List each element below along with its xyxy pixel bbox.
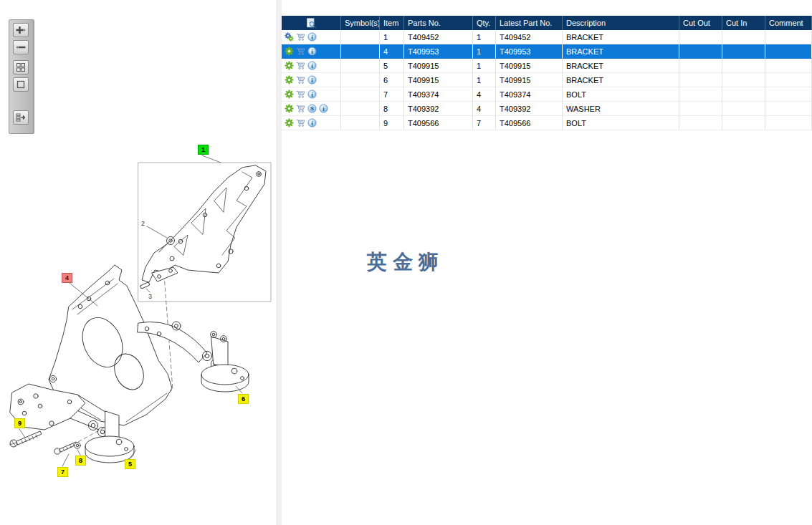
cell-comment bbox=[765, 30, 812, 44]
info-icon[interactable] bbox=[307, 118, 317, 127]
settings-gear-icon[interactable] bbox=[285, 61, 294, 70]
add-to-cart-icon[interactable] bbox=[296, 47, 305, 56]
table-row[interactable]: 1 T409452 1 T409452 BRACKET bbox=[282, 30, 812, 44]
cell-cut-out bbox=[679, 87, 722, 102]
cell-latest-part-no: T409915 bbox=[496, 73, 563, 87]
cell-qty: 1 bbox=[473, 59, 496, 73]
tile-view-button[interactable] bbox=[13, 60, 29, 74]
cell-symbols bbox=[341, 73, 380, 87]
column-header-item[interactable]: Item bbox=[380, 16, 404, 30]
cell-latest-part-no: T409953 bbox=[496, 44, 563, 59]
info-icon[interactable] bbox=[307, 32, 317, 42]
column-header-latest-part-no[interactable]: Latest Part No. bbox=[496, 16, 563, 30]
callout-label-8[interactable]: 8 bbox=[75, 456, 86, 466]
cell-qty: 1 bbox=[473, 44, 496, 59]
info-icon[interactable] bbox=[319, 104, 328, 113]
cell-latest-part-no: T409374 bbox=[496, 87, 563, 102]
callout-label-6[interactable]: 6 bbox=[238, 394, 249, 404]
table-row[interactable]: 6 T409915 1 T409915 BRACKET bbox=[282, 73, 812, 87]
add-to-cart-icon[interactable] bbox=[296, 90, 305, 99]
cell-qty: 1 bbox=[473, 73, 496, 87]
panel-splitter bbox=[276, 0, 282, 525]
cell-parts-no: T409953 bbox=[404, 44, 473, 59]
column-header-parts-no[interactable]: Parts No. bbox=[404, 16, 473, 30]
callout-label-9[interactable]: 9 bbox=[14, 418, 25, 428]
cell-cut-in bbox=[722, 73, 765, 87]
cell-symbols bbox=[341, 102, 380, 116]
settings-gear-icon[interactable] bbox=[285, 104, 294, 113]
cell-symbols bbox=[341, 116, 380, 130]
zoom-in-button[interactable] bbox=[13, 23, 29, 37]
cell-cut-out bbox=[679, 73, 722, 87]
cell-comment bbox=[765, 116, 812, 130]
callout-label-3: 3 bbox=[148, 292, 153, 301]
info-icon[interactable] bbox=[307, 75, 317, 85]
minus-icon bbox=[15, 42, 27, 52]
region-select-button[interactable] bbox=[13, 77, 29, 92]
column-header-symbols[interactable]: Symbol(s) bbox=[341, 16, 380, 30]
add-to-cart-icon[interactable] bbox=[296, 75, 305, 85]
row-actions bbox=[282, 102, 341, 116]
cell-item: 9 bbox=[380, 116, 404, 130]
table-row[interactable]: 7 T409374 4 T409374 BOLT bbox=[282, 87, 812, 102]
table-row[interactable]: 8 T409392 4 T409392 WASHER bbox=[282, 102, 812, 116]
diagram-panel: 1 2 3 4 5 6 7 8 9 bbox=[0, 0, 276, 525]
info-icon[interactable] bbox=[307, 90, 317, 99]
cell-item: 5 bbox=[380, 59, 404, 73]
cell-comment bbox=[765, 59, 812, 73]
cell-qty: 1 bbox=[473, 30, 496, 44]
cell-symbols bbox=[341, 59, 380, 73]
callout-label-4[interactable]: 4 bbox=[62, 273, 72, 283]
row-actions bbox=[282, 59, 341, 73]
settings-gear-icon[interactable] bbox=[285, 118, 294, 127]
table-row-selected[interactable]: 4 T409953 1 T409953 BRACKET bbox=[282, 44, 812, 59]
cell-latest-part-no: T409392 bbox=[496, 102, 563, 116]
column-header-qty[interactable]: Qty. bbox=[473, 16, 496, 30]
diagram-toolbar bbox=[9, 19, 34, 134]
add-to-cart-icon[interactable] bbox=[296, 61, 305, 70]
cell-parts-no: T409392 bbox=[404, 102, 473, 116]
settings-gears-icon[interactable] bbox=[285, 32, 294, 42]
callout-label-7[interactable]: 7 bbox=[57, 467, 68, 477]
s-badge-icon[interactable] bbox=[307, 104, 317, 113]
info-icon[interactable] bbox=[307, 47, 317, 56]
settings-gear-icon[interactable] bbox=[285, 75, 294, 85]
cell-item: 6 bbox=[380, 73, 404, 87]
cell-cut-out bbox=[679, 59, 722, 73]
cell-item: 7 bbox=[380, 87, 404, 102]
zoom-out-button[interactable] bbox=[13, 40, 29, 54]
column-header-cut-in[interactable]: Cut In bbox=[722, 16, 765, 30]
cell-description: BRACKET bbox=[563, 73, 679, 87]
parts-list-search-icon bbox=[306, 18, 316, 28]
square-outline-icon bbox=[16, 80, 26, 90]
export-list-button[interactable] bbox=[13, 110, 29, 125]
callout-label-1[interactable]: 1 bbox=[198, 145, 209, 155]
cell-qty: 4 bbox=[473, 87, 496, 102]
four-squares-icon bbox=[16, 62, 26, 72]
column-header-cut-out[interactable]: Cut Out bbox=[679, 16, 722, 30]
cell-cut-in bbox=[722, 87, 765, 102]
info-icon[interactable] bbox=[307, 61, 317, 70]
add-to-cart-icon[interactable] bbox=[296, 104, 305, 113]
table-row[interactable]: 9 T409566 7 T409566 BOLT bbox=[282, 116, 812, 130]
settings-gear-icon[interactable] bbox=[285, 47, 294, 56]
settings-gear-icon[interactable] bbox=[285, 90, 294, 99]
column-header-comment[interactable]: Comment bbox=[765, 16, 812, 30]
row-actions bbox=[282, 73, 341, 87]
add-to-cart-icon[interactable] bbox=[296, 118, 305, 127]
cell-description: BOLT bbox=[563, 87, 679, 102]
cell-parts-no: T409374 bbox=[404, 87, 473, 102]
add-to-cart-icon[interactable] bbox=[296, 32, 305, 42]
cell-description: BRACKET bbox=[563, 44, 679, 59]
cell-cut-out bbox=[679, 44, 722, 59]
cell-symbols bbox=[341, 30, 380, 44]
list-arrow-icon bbox=[16, 112, 26, 122]
callout-label-2: 2 bbox=[140, 219, 145, 228]
cell-symbols bbox=[341, 44, 380, 59]
column-header-parts-list[interactable] bbox=[282, 16, 341, 30]
cell-item: 8 bbox=[380, 102, 404, 116]
table-row[interactable]: 5 T409915 1 T409915 BRACKET bbox=[282, 59, 812, 73]
column-header-description[interactable]: Description bbox=[563, 16, 679, 30]
callout-label-5[interactable]: 5 bbox=[125, 459, 135, 469]
cell-cut-in bbox=[722, 59, 765, 73]
